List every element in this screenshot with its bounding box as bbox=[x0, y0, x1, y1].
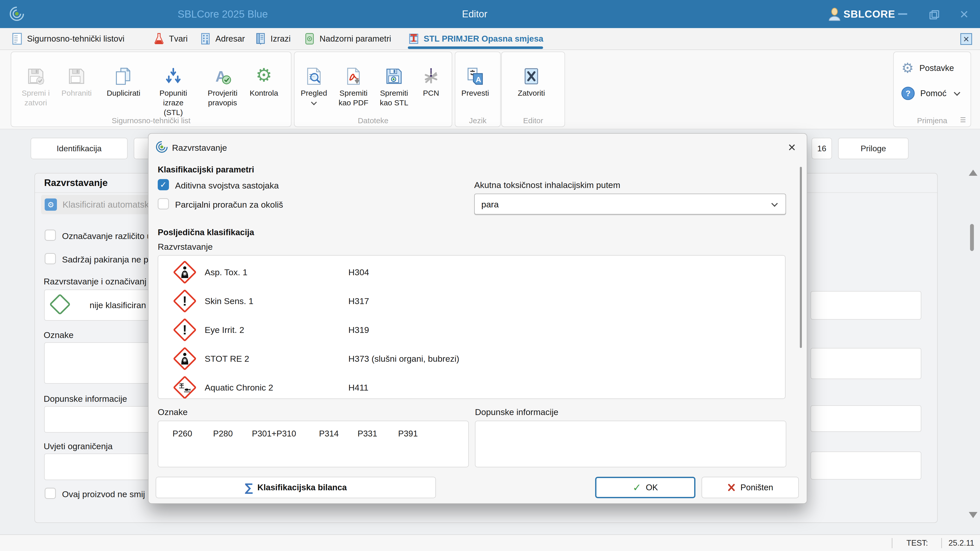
right-input-4[interactable] bbox=[811, 451, 921, 480]
partial-calculation-label: Parcijalni proračun za okoliš bbox=[175, 200, 283, 210]
active-tab-indicator bbox=[408, 46, 543, 49]
packaging-content-checkbox[interactable] bbox=[45, 253, 56, 264]
ribbon-group-jezik: A Prevesti Jezik bbox=[455, 52, 501, 127]
packaging-content-label: Sadržaj pakiranja ne p bbox=[62, 254, 148, 265]
ribbon-group-label: Primjena bbox=[894, 116, 970, 125]
partial-calculation-checkbox[interactable] bbox=[158, 198, 169, 210]
inhalation-route-value: para bbox=[481, 200, 499, 210]
p-code[interactable]: P260 bbox=[172, 429, 192, 438]
tab-label: Sigurnosno-tehnički listovi bbox=[27, 34, 124, 44]
scroll-up-arrow[interactable] bbox=[969, 170, 977, 176]
p-code[interactable]: P280 bbox=[213, 429, 233, 438]
right-input-3[interactable] bbox=[811, 405, 921, 432]
environment-label: TEST: SBL bbox=[898, 535, 936, 551]
tab-tvari[interactable]: Tvari bbox=[153, 28, 188, 49]
preview-button[interactable]: Pregled bbox=[293, 56, 334, 106]
monitor-params-icon bbox=[304, 33, 315, 44]
scrollbar-thumb[interactable] bbox=[970, 224, 974, 251]
ok-button[interactable]: ✓ OK bbox=[595, 477, 695, 498]
cancel-button[interactable]: Poništen bbox=[702, 477, 799, 498]
minimize-icon bbox=[898, 13, 907, 15]
sds-list-icon bbox=[11, 33, 23, 44]
tab-sigurnosno-tehnicki-listovi[interactable]: Sigurnosno-tehnički listovi bbox=[11, 28, 124, 49]
tab-izrazi[interactable]: Izrazi bbox=[255, 28, 291, 49]
control-gear-icon: ⚙ bbox=[243, 56, 284, 85]
p-code[interactable]: P331 bbox=[358, 429, 377, 438]
right-input-1[interactable] bbox=[811, 291, 921, 320]
save-and-close-button[interactable]: Spremi i zatvori bbox=[15, 56, 56, 108]
check-icon: ✓ bbox=[633, 482, 641, 493]
classification-params-heading: Klasifikacijski parametri bbox=[158, 165, 254, 175]
classification-row[interactable]: ! Eye Irrit. 2 H319 bbox=[158, 316, 785, 344]
dialog-scrollbar[interactable] bbox=[800, 167, 802, 348]
uvjeti-label: Uvjeti ograničenja bbox=[44, 441, 113, 451]
classification-listbox[interactable]: Asp. Tox. 1 H304 ! Skin Sens. 1 H317 ! E… bbox=[158, 255, 786, 399]
close-editor-button[interactable]: Zatvoriti bbox=[511, 56, 552, 98]
not-classified-diamond-icon bbox=[52, 297, 68, 312]
duplicate-icon bbox=[103, 56, 144, 85]
fill-phrases-button[interactable]: Popuniti izraze (STL) bbox=[153, 56, 194, 118]
classification-row[interactable]: Aquatic Chronic 2 H411 bbox=[158, 373, 785, 399]
identifikacija-section-button[interactable]: Identifikacija bbox=[30, 138, 127, 159]
sds-doc-icon bbox=[408, 33, 420, 44]
user-name[interactable]: SBLCORE bbox=[843, 0, 895, 28]
app-window: SBLCore 2025 Blue Editor SBLCORE × Sigur… bbox=[0, 0, 980, 551]
p-code[interactable]: P314 bbox=[319, 429, 339, 438]
razvrstavanje-dialog: Razvrstavanje × Klasifikacijski parametr… bbox=[148, 133, 807, 504]
save-icon bbox=[56, 56, 97, 85]
pcn-button[interactable]: PCN bbox=[410, 56, 452, 98]
tab-nadzorni-parametri[interactable]: Nadzorni parametri bbox=[304, 28, 391, 49]
close-doc-icon bbox=[511, 56, 552, 85]
spellcheck-button[interactable]: A Provjeriti pravopis bbox=[202, 56, 243, 108]
section-16-button[interactable]: 16 bbox=[811, 138, 832, 159]
dialog-logo-icon bbox=[155, 140, 169, 154]
additive-properties-label: Aditivna svojstva sastojaka bbox=[175, 181, 279, 191]
ghs07-exclamation-icon: ! bbox=[172, 318, 197, 342]
book-icon bbox=[255, 33, 266, 44]
ribbon-group-label: Sigurnosno-tehnički list bbox=[11, 116, 291, 125]
minimize-button[interactable] bbox=[892, 0, 913, 28]
dopunske-info-box[interactable] bbox=[475, 421, 786, 467]
dopunske-label-bg: Dopunske informacije bbox=[44, 394, 127, 404]
control-button[interactable]: ⚙ Kontrola bbox=[243, 56, 284, 98]
duplicate-button[interactable]: Duplicirati bbox=[103, 56, 144, 98]
scroll-down-arrow[interactable] bbox=[969, 512, 977, 518]
ribbon-group-primjena: ⚙ Postavke ? Pomoć Primjena ☰ bbox=[893, 52, 971, 127]
priloge-section-button[interactable]: Priloge bbox=[838, 138, 908, 159]
right-input-2[interactable] bbox=[811, 348, 921, 379]
product-restriction-checkbox[interactable] bbox=[45, 488, 56, 499]
additive-properties-checkbox[interactable]: ✓ bbox=[158, 179, 169, 190]
labeling-different-checkbox[interactable] bbox=[45, 230, 56, 241]
classification-row[interactable]: Asp. Tox. 1 H304 bbox=[158, 258, 785, 286]
tab-label: Izrazi bbox=[270, 34, 291, 44]
title-bar: SBLCore 2025 Blue Editor SBLCORE × bbox=[0, 0, 980, 28]
translate-button[interactable]: A Prevesti bbox=[455, 56, 496, 98]
close-window-button[interactable]: × bbox=[954, 0, 974, 28]
svg-text:A: A bbox=[476, 75, 481, 84]
ghs08-health-hazard-icon bbox=[172, 346, 197, 371]
help-button[interactable]: ? Pomoć bbox=[901, 87, 959, 100]
preview-dropdown-chevron[interactable] bbox=[293, 100, 334, 106]
classification-balance-button[interactable]: ∑ Klasifikacijska bilanca bbox=[156, 477, 436, 498]
maximize-button[interactable] bbox=[923, 0, 943, 28]
save-as-pdf-button[interactable]: Spremiti kao PDF bbox=[333, 56, 374, 108]
ribbon-group-sds: Spremi i zatvori Pohraniti Duplicirati P… bbox=[11, 52, 291, 127]
save-close-icon bbox=[15, 56, 56, 85]
settings-button[interactable]: ⚙ Postavke bbox=[901, 61, 954, 75]
classification-row[interactable]: STOT RE 2 H373 (slušni organi, bubrezi) bbox=[158, 345, 785, 373]
save-button[interactable]: Pohraniti bbox=[56, 56, 97, 98]
ribbon-group-editor: Zatvoriti Editor bbox=[501, 52, 565, 127]
ribbon-group-label: Jezik bbox=[455, 116, 500, 125]
group-options-icon[interactable]: ☰ bbox=[960, 116, 966, 124]
p-code[interactable]: P391 bbox=[398, 429, 418, 438]
dialog-close-button[interactable]: × bbox=[783, 138, 801, 156]
close-tab-button[interactable]: × bbox=[960, 33, 972, 45]
inhalation-route-select[interactable]: para bbox=[474, 194, 786, 215]
classification-row[interactable]: ! Skin Sens. 1 H317 bbox=[158, 287, 785, 315]
tab-adresar[interactable]: Adresar bbox=[200, 28, 245, 49]
save-as-stl-button[interactable]: Spremiti kao STL bbox=[374, 56, 414, 108]
p-codes-box[interactable]: P260 P280 P301+P310 P314 P331 P391 bbox=[158, 421, 469, 467]
help-icon: ? bbox=[901, 87, 915, 100]
p-code[interactable]: P301+P310 bbox=[252, 429, 296, 438]
stl-floppy-icon bbox=[374, 56, 414, 85]
